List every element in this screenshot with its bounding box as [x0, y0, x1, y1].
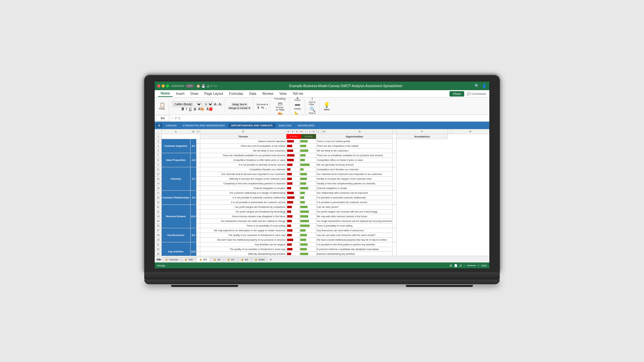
sheet-tab-dash[interactable]: 🔒 Dash: [252, 257, 268, 262]
tab-view[interactable]: View: [277, 91, 289, 97]
format-as-table-button[interactable]: 🗃 Formatas Table: [274, 101, 286, 112]
nav-tab-analysis[interactable]: ANALYSIS: [276, 123, 294, 128]
col-header-c[interactable]: C: [197, 129, 200, 134]
underline-button[interactable]: U: [188, 107, 192, 111]
cell-styles-button[interactable]: 🎨 CellStyles: [275, 112, 285, 115]
font-color-button[interactable]: A🔴: [206, 107, 213, 111]
col-header-o[interactable]: [393, 129, 396, 134]
canvas-icon-tab[interactable]: ⊞: [156, 123, 162, 128]
row-cs3: 5 We are likely to lose customers We are…: [155, 148, 489, 153]
borders-button[interactable]: ⊞: [193, 107, 197, 111]
rh21: 21: [155, 205, 162, 209]
col-header-f[interactable]: F: [290, 129, 295, 134]
col-header-n[interactable]: N: [326, 129, 393, 134]
insert-button[interactable]: ➕ Insert: [293, 98, 302, 102]
zoom-in-icon[interactable]: +: [478, 264, 479, 267]
col-header-p[interactable]: P: [396, 129, 448, 134]
page-layout-icon[interactable]: 📄: [454, 264, 458, 267]
kr-blank3: [197, 238, 200, 242]
share-button[interactable]: Share: [449, 91, 464, 97]
col-header-g[interactable]: G: [295, 129, 299, 134]
vp-bar2: [286, 158, 299, 163]
col-header-d[interactable]: D: [200, 129, 286, 134]
maximize-dot[interactable]: [166, 84, 169, 87]
kr-opp2: Can we use lower cost resources with the…: [316, 233, 393, 238]
rh13: 13: [155, 177, 162, 181]
sheet-tab-sw[interactable]: 🔒 SW: [181, 257, 196, 262]
col-header-e[interactable]: E: [286, 129, 290, 134]
zoom-slider[interactable]: ━━━━━: [467, 264, 476, 267]
find-select-button[interactable]: 🔍 Find &Select: [308, 106, 317, 115]
ribbon-tabs: Home Insert Draw Page Layout Formulas Da…: [155, 90, 489, 98]
decrease-font-icon[interactable]: A↓: [219, 103, 223, 106]
grid-container[interactable]: A B C D E F G H I J: [155, 129, 489, 256]
sheet-tab-a2[interactable]: 🔒 A2: [224, 257, 237, 262]
formula-input[interactable]: [182, 116, 488, 121]
italic-button[interactable]: I: [185, 107, 188, 111]
sheet-tab-ot[interactable]: 🔒 OT: [196, 257, 210, 262]
sheet-tab-a3[interactable]: 🔒 A3: [238, 257, 251, 262]
minimize-dot[interactable]: [162, 84, 165, 87]
normal-view-icon[interactable]: ⊞: [450, 264, 452, 267]
cs-bar1g: [299, 139, 316, 144]
col-header-i[interactable]: I: [304, 129, 308, 134]
col-header-a[interactable]: A: [162, 129, 191, 134]
cs-threat3: We are likely to lose customers: [200, 148, 286, 153]
fill-color-button[interactable]: A🎨: [198, 107, 205, 111]
currency-button[interactable]: $: [257, 106, 260, 109]
cell-reference-input[interactable]: [156, 116, 169, 121]
col-header-l[interactable]: L: [316, 129, 321, 134]
col-header-j[interactable]: J: [308, 129, 312, 134]
delete-button[interactable]: ➖ Delete: [293, 102, 302, 111]
format-button[interactable]: 📐 Format: [292, 111, 303, 115]
autosave-toggle[interactable]: OFF: [185, 84, 194, 88]
col-header-h[interactable]: H: [299, 129, 304, 134]
nav-tab-dashboard[interactable]: DASHBOARD: [295, 123, 317, 128]
col-header-m[interactable]: M: [321, 129, 326, 134]
tab-home[interactable]: Home: [158, 90, 173, 97]
scroll-left-icon[interactable]: ◀: [156, 257, 159, 261]
tab-tell-me[interactable]: Tell me: [290, 91, 306, 97]
tab-data[interactable]: Data: [247, 91, 259, 97]
zoom-level: 90%: [481, 264, 487, 267]
sheet-tab-a1[interactable]: 🔒 A1: [210, 257, 224, 262]
scroll-right-icon[interactable]: ▶: [159, 257, 162, 261]
number-format-select[interactable]: General ▾: [256, 103, 268, 106]
search-icon[interactable]: 🔍: [475, 84, 479, 88]
col-header-q[interactable]: [448, 129, 451, 134]
bold-button[interactable]: B: [181, 107, 184, 111]
sheet-tab-canvas[interactable]: 🔒 Canvas: [162, 257, 181, 262]
account-icon[interactable]: 👤: [482, 84, 487, 88]
comma-button[interactable]: ,: [265, 106, 268, 109]
percent-button[interactable]: %: [261, 106, 265, 109]
font-size-select[interactable]: 10: [203, 101, 213, 107]
conditional-format-button[interactable]: ▦ ConditionalFormatting: [273, 98, 287, 101]
zoom-out-icon[interactable]: −: [464, 264, 466, 267]
col-header-k[interactable]: K: [312, 129, 316, 134]
col-header-b[interactable]: B: [190, 129, 197, 134]
col-header-r[interactable]: R: [451, 129, 489, 134]
page-break-icon[interactable]: ⊟: [460, 264, 462, 267]
nav-tab-canvas[interactable]: CANVAS: [163, 123, 179, 128]
ch-bar1: [286, 167, 299, 172]
tab-draw[interactable]: Draw: [188, 91, 201, 97]
merge-center-button[interactable]: Merge & Center ▾: [227, 106, 251, 110]
rs-blank4: [197, 219, 200, 224]
add-sheet-button[interactable]: +: [268, 257, 273, 262]
increase-font-icon[interactable]: A↑: [214, 103, 218, 106]
rs-threat1: Our profit margins are threatened by com…: [200, 205, 286, 209]
tab-formulas[interactable]: Formulas: [226, 91, 246, 97]
paste-button[interactable]: 📋 Paste: [157, 102, 167, 111]
vp-block: Value Proposition: [162, 153, 191, 167]
comments-button[interactable]: 💬 Comments: [467, 92, 486, 96]
nav-tab-ot[interactable]: OPPORTUNITIES AND THREATS: [228, 123, 275, 128]
tab-page-layout[interactable]: Page Layout: [202, 91, 226, 97]
wrap-text-button[interactable]: Wrap Text ▾: [231, 103, 248, 106]
sort-filter-button[interactable]: ↕ Sort &Filter: [308, 98, 317, 106]
ready-status: Ready: [157, 264, 165, 267]
tab-insert[interactable]: Insert: [173, 91, 187, 97]
font-family-select[interactable]: Calibri (Body): [172, 101, 202, 107]
close-dot[interactable]: [157, 84, 160, 87]
tab-review[interactable]: Review: [260, 91, 276, 97]
nav-tab-sw[interactable]: STRENGTHS AND WEAKNESSES: [180, 123, 227, 128]
